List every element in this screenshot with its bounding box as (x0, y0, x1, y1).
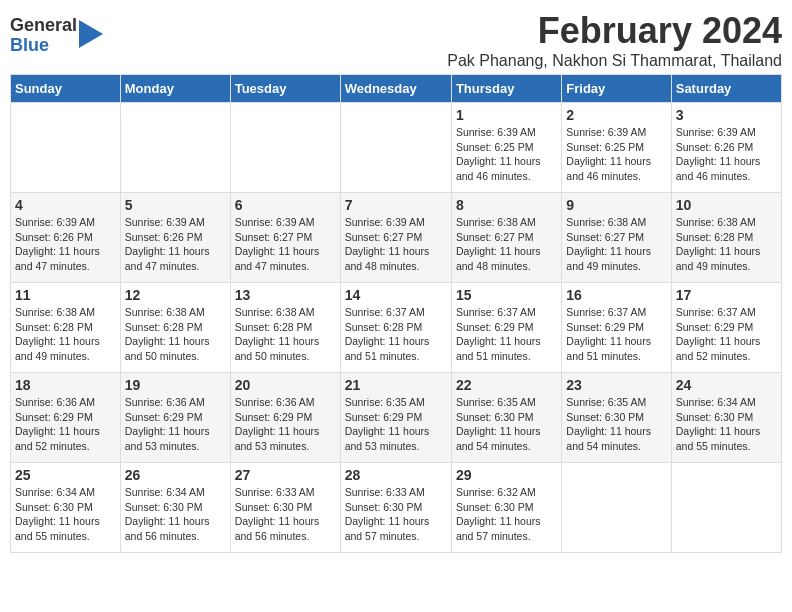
day-cell (562, 463, 671, 553)
day-number: 3 (676, 107, 777, 123)
day-cell: 8Sunrise: 6:38 AM Sunset: 6:27 PM Daylig… (451, 193, 561, 283)
logo: General Blue (10, 16, 103, 56)
week-row-4: 18Sunrise: 6:36 AM Sunset: 6:29 PM Dayli… (11, 373, 782, 463)
day-cell (120, 103, 230, 193)
day-cell: 24Sunrise: 6:34 AM Sunset: 6:30 PM Dayli… (671, 373, 781, 463)
day-info: Sunrise: 6:36 AM Sunset: 6:29 PM Dayligh… (125, 395, 226, 454)
day-cell (230, 103, 340, 193)
day-cell: 16Sunrise: 6:37 AM Sunset: 6:29 PM Dayli… (562, 283, 671, 373)
day-number: 11 (15, 287, 116, 303)
day-number: 18 (15, 377, 116, 393)
day-cell: 17Sunrise: 6:37 AM Sunset: 6:29 PM Dayli… (671, 283, 781, 373)
day-info: Sunrise: 6:38 AM Sunset: 6:28 PM Dayligh… (676, 215, 777, 274)
day-info: Sunrise: 6:39 AM Sunset: 6:26 PM Dayligh… (125, 215, 226, 274)
day-cell: 7Sunrise: 6:39 AM Sunset: 6:27 PM Daylig… (340, 193, 451, 283)
logo-icon (79, 20, 103, 48)
day-number: 21 (345, 377, 447, 393)
day-info: Sunrise: 6:37 AM Sunset: 6:29 PM Dayligh… (676, 305, 777, 364)
day-info: Sunrise: 6:39 AM Sunset: 6:26 PM Dayligh… (676, 125, 777, 184)
day-cell (340, 103, 451, 193)
logo-general-text: General (10, 16, 77, 36)
day-cell: 18Sunrise: 6:36 AM Sunset: 6:29 PM Dayli… (11, 373, 121, 463)
week-row-5: 25Sunrise: 6:34 AM Sunset: 6:30 PM Dayli… (11, 463, 782, 553)
day-number: 4 (15, 197, 116, 213)
day-number: 22 (456, 377, 557, 393)
day-number: 28 (345, 467, 447, 483)
day-number: 29 (456, 467, 557, 483)
day-info: Sunrise: 6:38 AM Sunset: 6:27 PM Dayligh… (566, 215, 666, 274)
day-info: Sunrise: 6:39 AM Sunset: 6:25 PM Dayligh… (456, 125, 557, 184)
day-cell (671, 463, 781, 553)
day-info: Sunrise: 6:37 AM Sunset: 6:28 PM Dayligh… (345, 305, 447, 364)
day-info: Sunrise: 6:35 AM Sunset: 6:29 PM Dayligh… (345, 395, 447, 454)
day-cell: 14Sunrise: 6:37 AM Sunset: 6:28 PM Dayli… (340, 283, 451, 373)
day-info: Sunrise: 6:37 AM Sunset: 6:29 PM Dayligh… (456, 305, 557, 364)
day-info: Sunrise: 6:33 AM Sunset: 6:30 PM Dayligh… (235, 485, 336, 544)
day-number: 1 (456, 107, 557, 123)
column-header-saturday: Saturday (671, 75, 781, 103)
column-header-monday: Monday (120, 75, 230, 103)
day-cell: 11Sunrise: 6:38 AM Sunset: 6:28 PM Dayli… (11, 283, 121, 373)
calendar-table: SundayMondayTuesdayWednesdayThursdayFrid… (10, 74, 782, 553)
day-info: Sunrise: 6:35 AM Sunset: 6:30 PM Dayligh… (566, 395, 666, 454)
day-number: 9 (566, 197, 666, 213)
day-cell: 5Sunrise: 6:39 AM Sunset: 6:26 PM Daylig… (120, 193, 230, 283)
day-info: Sunrise: 6:39 AM Sunset: 6:27 PM Dayligh… (345, 215, 447, 274)
day-number: 2 (566, 107, 666, 123)
day-info: Sunrise: 6:38 AM Sunset: 6:27 PM Dayligh… (456, 215, 557, 274)
day-number: 19 (125, 377, 226, 393)
day-number: 25 (15, 467, 116, 483)
column-header-tuesday: Tuesday (230, 75, 340, 103)
week-row-3: 11Sunrise: 6:38 AM Sunset: 6:28 PM Dayli… (11, 283, 782, 373)
day-cell: 10Sunrise: 6:38 AM Sunset: 6:28 PM Dayli… (671, 193, 781, 283)
day-number: 7 (345, 197, 447, 213)
day-cell: 22Sunrise: 6:35 AM Sunset: 6:30 PM Dayli… (451, 373, 561, 463)
day-cell: 4Sunrise: 6:39 AM Sunset: 6:26 PM Daylig… (11, 193, 121, 283)
day-info: Sunrise: 6:36 AM Sunset: 6:29 PM Dayligh… (235, 395, 336, 454)
day-info: Sunrise: 6:34 AM Sunset: 6:30 PM Dayligh… (676, 395, 777, 454)
svg-marker-0 (79, 20, 103, 48)
day-number: 5 (125, 197, 226, 213)
day-info: Sunrise: 6:34 AM Sunset: 6:30 PM Dayligh… (125, 485, 226, 544)
day-number: 13 (235, 287, 336, 303)
header: General Blue February 2024 Pak Phanang, … (10, 10, 782, 70)
day-number: 8 (456, 197, 557, 213)
day-info: Sunrise: 6:36 AM Sunset: 6:29 PM Dayligh… (15, 395, 116, 454)
day-cell: 1Sunrise: 6:39 AM Sunset: 6:25 PM Daylig… (451, 103, 561, 193)
day-info: Sunrise: 6:38 AM Sunset: 6:28 PM Dayligh… (125, 305, 226, 364)
day-info: Sunrise: 6:38 AM Sunset: 6:28 PM Dayligh… (235, 305, 336, 364)
day-number: 17 (676, 287, 777, 303)
day-number: 26 (125, 467, 226, 483)
day-info: Sunrise: 6:39 AM Sunset: 6:27 PM Dayligh… (235, 215, 336, 274)
day-number: 6 (235, 197, 336, 213)
day-number: 23 (566, 377, 666, 393)
header-row: SundayMondayTuesdayWednesdayThursdayFrid… (11, 75, 782, 103)
day-info: Sunrise: 6:32 AM Sunset: 6:30 PM Dayligh… (456, 485, 557, 544)
title-area: February 2024 Pak Phanang, Nakhon Si Tha… (447, 10, 782, 70)
day-info: Sunrise: 6:34 AM Sunset: 6:30 PM Dayligh… (15, 485, 116, 544)
day-info: Sunrise: 6:37 AM Sunset: 6:29 PM Dayligh… (566, 305, 666, 364)
day-number: 16 (566, 287, 666, 303)
day-cell: 23Sunrise: 6:35 AM Sunset: 6:30 PM Dayli… (562, 373, 671, 463)
day-number: 24 (676, 377, 777, 393)
column-header-wednesday: Wednesday (340, 75, 451, 103)
day-cell: 3Sunrise: 6:39 AM Sunset: 6:26 PM Daylig… (671, 103, 781, 193)
day-info: Sunrise: 6:38 AM Sunset: 6:28 PM Dayligh… (15, 305, 116, 364)
day-info: Sunrise: 6:39 AM Sunset: 6:26 PM Dayligh… (15, 215, 116, 274)
day-number: 15 (456, 287, 557, 303)
day-number: 27 (235, 467, 336, 483)
day-cell: 27Sunrise: 6:33 AM Sunset: 6:30 PM Dayli… (230, 463, 340, 553)
day-info: Sunrise: 6:39 AM Sunset: 6:25 PM Dayligh… (566, 125, 666, 184)
day-info: Sunrise: 6:35 AM Sunset: 6:30 PM Dayligh… (456, 395, 557, 454)
day-cell: 2Sunrise: 6:39 AM Sunset: 6:25 PM Daylig… (562, 103, 671, 193)
day-cell (11, 103, 121, 193)
day-cell: 9Sunrise: 6:38 AM Sunset: 6:27 PM Daylig… (562, 193, 671, 283)
day-cell: 12Sunrise: 6:38 AM Sunset: 6:28 PM Dayli… (120, 283, 230, 373)
day-number: 12 (125, 287, 226, 303)
day-cell: 20Sunrise: 6:36 AM Sunset: 6:29 PM Dayli… (230, 373, 340, 463)
day-number: 20 (235, 377, 336, 393)
day-cell: 19Sunrise: 6:36 AM Sunset: 6:29 PM Dayli… (120, 373, 230, 463)
day-cell: 26Sunrise: 6:34 AM Sunset: 6:30 PM Dayli… (120, 463, 230, 553)
location-title: Pak Phanang, Nakhon Si Thammarat, Thaila… (447, 52, 782, 70)
logo-blue-text: Blue (10, 36, 77, 56)
